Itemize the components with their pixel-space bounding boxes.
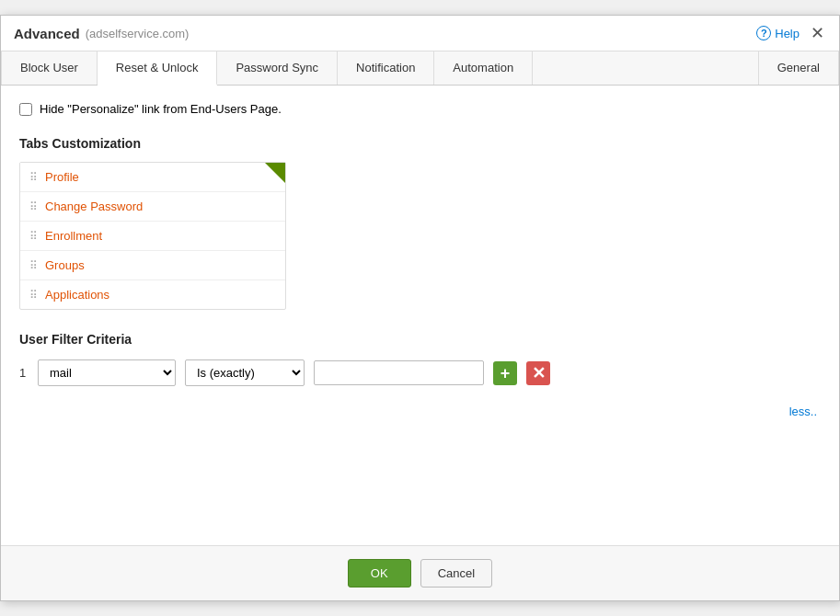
- user-filter-title: User Filter Criteria: [19, 332, 821, 347]
- less-link[interactable]: less..: [19, 405, 821, 418]
- cancel-button[interactable]: Cancel: [420, 559, 492, 587]
- list-item-groups[interactable]: ⠿ Groups: [20, 251, 285, 280]
- drag-handle-groups: ⠿: [29, 259, 38, 272]
- list-item-label-profile: Profile: [45, 170, 79, 184]
- help-label: Help: [775, 27, 800, 40]
- list-item-label-applications: Applications: [45, 288, 109, 302]
- ok-button[interactable]: OK: [348, 559, 411, 587]
- tab-block-user[interactable]: Block User: [1, 51, 98, 85]
- tabs-bar: Block User Reset & Unlock Password Sync …: [1, 51, 839, 86]
- dialog-subtitle: (adselfservice.com): [86, 27, 190, 40]
- title-bar: Advanced (adselfservice.com) ? Help ✕: [1, 16, 839, 51]
- add-filter-button[interactable]: +: [493, 361, 517, 385]
- filter-value-input[interactable]: [314, 360, 484, 385]
- drag-handle-change-password: ⠿: [29, 200, 38, 213]
- filter-condition-select[interactable]: Is (exactly) Is not Contains Does not co…: [185, 359, 305, 386]
- drag-handle-profile: ⠿: [29, 171, 38, 184]
- drag-handle-enrollment: ⠿: [29, 230, 38, 243]
- remove-filter-button[interactable]: ✕: [526, 361, 550, 385]
- tab-password-sync[interactable]: Password Sync: [217, 51, 338, 85]
- list-item-label-groups: Groups: [45, 258, 85, 272]
- list-item-label-enrollment: Enrollment: [45, 229, 102, 243]
- selected-indicator-profile: [265, 163, 285, 183]
- tabs-customization-title: Tabs Customization: [19, 136, 821, 151]
- hide-personalize-row: Hide "Personalize" link from End-Users P…: [19, 102, 821, 116]
- tab-notification[interactable]: Notification: [338, 51, 434, 85]
- list-item-enrollment[interactable]: ⠿ Enrollment: [20, 222, 285, 251]
- tab-reset-unlock[interactable]: Reset & Unlock: [98, 51, 218, 86]
- advanced-dialog: Advanced (adselfservice.com) ? Help ✕ Bl…: [0, 15, 840, 601]
- filter-field-select[interactable]: mail cn sn givenName department: [38, 359, 176, 386]
- filter-row-number: 1: [19, 366, 29, 380]
- user-filter-section: User Filter Criteria 1 mail cn sn givenN…: [19, 332, 821, 386]
- list-item-profile[interactable]: ⠿ Profile: [20, 163, 285, 192]
- help-button[interactable]: ? Help: [756, 26, 800, 40]
- dialog-footer: OK Cancel: [1, 545, 839, 600]
- help-icon: ?: [756, 26, 771, 40]
- list-item-label-change-password: Change Password: [45, 200, 143, 213]
- tabs-list: ⠿ Profile ⠿ Change Password ⠿ Enrollment…: [19, 162, 286, 310]
- title-bar-left: Advanced (adselfservice.com): [14, 26, 189, 41]
- list-item-change-password[interactable]: ⠿ Change Password: [20, 192, 285, 222]
- list-item-applications[interactable]: ⠿ Applications: [20, 280, 285, 309]
- hide-personalize-label: Hide "Personalize" link from End-Users P…: [40, 102, 282, 116]
- main-content: Hide "Personalize" link from End-Users P…: [1, 86, 839, 545]
- drag-handle-applications: ⠿: [29, 289, 38, 302]
- tab-general[interactable]: General: [758, 51, 839, 85]
- filter-row-1: 1 mail cn sn givenName department Is (ex…: [19, 359, 821, 386]
- close-button[interactable]: ✕: [809, 25, 826, 41]
- title-bar-right: ? Help ✕: [756, 25, 826, 41]
- hide-personalize-checkbox[interactable]: [19, 103, 32, 116]
- tab-automation[interactable]: Automation: [434, 51, 533, 85]
- dialog-title: Advanced: [14, 26, 80, 41]
